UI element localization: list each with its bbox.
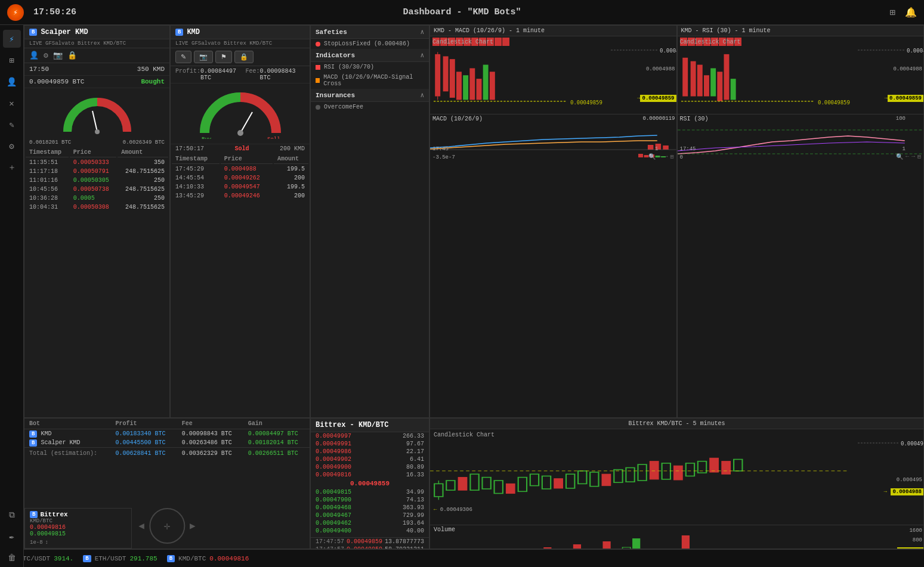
svg-rect-68 xyxy=(650,461,659,479)
trade-amount: 250 xyxy=(118,176,168,184)
svg-rect-51 xyxy=(446,481,455,490)
macd-candlestick-area: Candlestick Chart 0.00049899 xyxy=(430,36,676,114)
sidebar-item-user[interactable]: 👤 xyxy=(3,73,21,91)
nav-right-arrow[interactable]: ▶ xyxy=(190,520,196,532)
sidebar-item-add[interactable]: ＋ xyxy=(3,159,21,176)
svg-rect-39 xyxy=(717,72,722,101)
ask-amount: 6.41 xyxy=(410,456,424,463)
sidebar-item-dashboard[interactable]: ⚡ xyxy=(3,30,21,48)
svg-rect-34 xyxy=(682,58,688,97)
trade-amount: 248.7515625 xyxy=(118,168,168,175)
scalper-amount: 350 KMD xyxy=(137,66,165,73)
total-fee: 0.00362329 BTC xyxy=(177,448,243,458)
bottom-price-arrow: → 0.0004988 xyxy=(883,488,923,495)
sidebar-item-grid[interactable]: ⊞ xyxy=(3,51,21,69)
sidebar-item-edit[interactable]: ✎ xyxy=(3,116,21,134)
rsi-current-price: 0.00049859 xyxy=(888,95,923,102)
macd-chart-panel: KMD - MACD (10/26/9) - 1 minute Candlest… xyxy=(429,25,677,418)
trade-price: 0.00050308 xyxy=(70,203,116,211)
scroll-circle: ✛ xyxy=(149,508,185,544)
list-item: 0.00049462193.64 xyxy=(311,519,429,527)
list-item: 17:47:570.0004985913.87877773 xyxy=(311,538,429,546)
nav-left-arrow[interactable]: ◀ xyxy=(138,520,144,532)
sidebar-item-pen[interactable]: ✒ xyxy=(3,528,21,546)
kmd-col-amount: Amount xyxy=(274,154,308,164)
svg-point-5 xyxy=(237,130,243,136)
kmd-gauge-svg: Buy Sell xyxy=(199,88,282,139)
profit-fee-row: Profit: 0.00084497 BTC Fee: 0.00098843 B… xyxy=(171,66,310,83)
kmd-action-2[interactable]: 📷 xyxy=(194,51,213,63)
svg-rect-27 xyxy=(638,154,643,157)
stoploss-label: StopLossFixed (0.000486) xyxy=(324,41,410,47)
clock: 17:50:26 xyxy=(33,7,76,17)
scalper-camera-icon[interactable]: 📷 xyxy=(53,51,63,60)
bittrex-price1: 0.00049816 xyxy=(30,524,126,531)
macd-nav-left[interactable]: ← xyxy=(658,153,662,160)
scalper-price: 0.00049859 BTC xyxy=(29,78,84,85)
trade-amount: 350 xyxy=(118,159,168,166)
sell-time: 17:50:17 xyxy=(175,145,204,152)
sum-col-bot: Bot xyxy=(24,419,111,429)
kmd-header: B KMD xyxy=(171,26,310,39)
scalper-settings-icon[interactable]: ⚙ xyxy=(44,51,48,60)
sidebar-item-close[interactable]: ✕ xyxy=(3,94,21,112)
scalper-user-icon[interactable]: 👤 xyxy=(29,51,39,60)
sidebar-item-trash[interactable]: 🗑 xyxy=(3,549,21,567)
macd-nav-right[interactable]: → xyxy=(664,153,667,160)
status-btc-value: 3914. xyxy=(54,555,73,562)
scalper-lock-icon[interactable]: 🔒 xyxy=(67,51,77,60)
safeties-panel: Safeties ∧ StopLossFixed (0.000486) Indi… xyxy=(310,25,429,418)
svg-rect-71 xyxy=(686,463,694,476)
indicators-header: Indicators ∧ xyxy=(311,49,429,62)
trade-amount: 250 xyxy=(118,194,168,202)
kmd-action-1[interactable]: ✎ xyxy=(175,51,191,63)
svg-rect-48 xyxy=(434,484,443,497)
list-item: 0.00049468363.93 xyxy=(311,504,429,512)
rsi-nav-right[interactable]: → xyxy=(911,153,915,160)
layout-icon[interactable]: ⊞ xyxy=(889,7,895,18)
kmd-action-3[interactable]: ⚑ xyxy=(215,51,232,63)
scalper-subtitle: LIVE GFSalvato Bittrex KMD/BTC xyxy=(24,39,169,48)
nav-widget: ◀ ✛ ▶ xyxy=(138,508,195,544)
macd-zoom-icon[interactable]: 🔍 xyxy=(648,153,656,160)
scalper-gauge: Buy Sell xyxy=(24,88,169,140)
svg-line-4 xyxy=(240,112,252,133)
svg-rect-74 xyxy=(722,461,730,475)
svg-rect-70 xyxy=(674,466,682,480)
kmd-action-4[interactable]: 🔒 xyxy=(234,51,254,63)
profit-label: Profit: xyxy=(175,68,200,81)
safeties-toggle[interactable]: ∧ xyxy=(420,28,424,36)
orderbook-asks: 0.00049997266.330.0004999197.670.0004998… xyxy=(311,432,429,479)
sum-col-profit: Profit xyxy=(111,419,177,429)
rsi-nav-expand[interactable]: ⊞ xyxy=(917,153,921,160)
bid-amount: 40.00 xyxy=(406,528,424,534)
svg-rect-97 xyxy=(632,538,640,549)
svg-rect-61 xyxy=(566,474,574,488)
svg-line-0 xyxy=(92,111,97,132)
sidebar-item-settings[interactable]: ⚙ xyxy=(3,137,21,155)
macd-price-arrow: → 0.00049859 xyxy=(637,95,676,102)
bell-icon[interactable]: 🔔 xyxy=(905,7,917,18)
orderbook-header: Bittrex - KMD/BTC xyxy=(311,419,429,432)
macd-indicator-value: 0.00000119 xyxy=(642,116,675,122)
scalper-high: 0.0026349 BTC xyxy=(123,140,165,145)
svg-text:Sell: Sell xyxy=(267,137,280,139)
macd-nav-expand[interactable]: ⊞ xyxy=(670,153,673,160)
scalper-panel: B Scalper KMD LIVE GFSalvato Bittrex KMD… xyxy=(24,25,170,418)
sidebar-item-layers[interactable]: ⧉ xyxy=(3,506,21,524)
insurances-toggle[interactable]: ∧ xyxy=(420,91,424,99)
macd-dot xyxy=(316,78,320,83)
trade-price: 0.00049547 xyxy=(221,183,273,191)
svg-rect-59 xyxy=(542,476,551,489)
kmd-col-ts: Timestamp xyxy=(172,154,220,164)
rsi-candles: 0.00049859 xyxy=(678,51,858,114)
rsi-price-arrow: → 0.00049859 xyxy=(885,95,923,102)
svg-rect-13 xyxy=(443,56,449,91)
trade-price: 0.0004988 xyxy=(221,165,273,173)
rsi-zoom-icon[interactable]: 🔍 xyxy=(896,153,903,160)
svg-text:0.00049859: 0.00049859 xyxy=(570,98,602,105)
macd-indicator-area: MACD (10/26/9) 0.00000119 -3.5 xyxy=(430,114,676,162)
indicators-toggle[interactable]: ∧ xyxy=(420,51,424,59)
indicators-title: Indicators xyxy=(316,52,355,59)
rsi-nav-left[interactable]: ← xyxy=(906,153,909,160)
